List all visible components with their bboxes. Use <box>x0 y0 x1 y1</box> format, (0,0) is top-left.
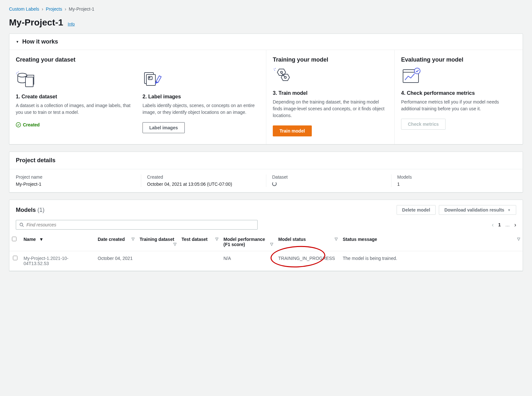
check-metrics-button: Check metrics <box>401 119 446 130</box>
svg-point-4 <box>16 74 17 74</box>
pager-prev[interactable]: ‹ <box>492 222 494 228</box>
svg-point-15 <box>275 68 276 69</box>
cell-training-dataset <box>137 251 179 271</box>
sort-icon: ▽ <box>335 237 338 241</box>
col-name[interactable]: Name▼ <box>21 233 95 251</box>
step-create-title: 1. Create dataset <box>16 94 133 100</box>
pager-page: 1 <box>498 222 501 227</box>
label-created: Created <box>147 174 262 180</box>
label-images-icon <box>143 71 260 89</box>
training-model-heading: Training your model <box>273 56 388 63</box>
pager-ellipsis: … <box>505 222 510 227</box>
sort-caret-icon: ▼ <box>39 237 44 242</box>
value-project-name: My-Project-1 <box>16 182 137 187</box>
pager: ‹ 1 … › <box>492 222 516 228</box>
breadcrumb-projects[interactable]: Projects <box>46 6 62 12</box>
label-images-button[interactable]: Label images <box>143 122 185 133</box>
row-checkbox[interactable] <box>13 256 17 260</box>
models-title: Models <box>16 207 36 213</box>
cell-date: October 04, 2021 <box>95 251 137 271</box>
sort-icon: ▽ <box>270 242 273 246</box>
col-training-dataset[interactable]: Training dataset▽ <box>137 233 179 251</box>
step-check-title: 4. Check performance metrics <box>401 90 516 96</box>
search-icon <box>19 223 24 227</box>
page-title: My-Project-1 <box>9 17 63 28</box>
col-status[interactable]: Model status▽ <box>276 233 340 251</box>
caret-down-icon: ▼ <box>507 208 511 212</box>
dataset-icon <box>16 71 133 89</box>
svg-point-13 <box>284 76 286 78</box>
cell-performance: N/A <box>221 251 276 271</box>
search-input[interactable] <box>26 222 254 227</box>
search-box[interactable] <box>16 220 258 230</box>
train-model-button[interactable]: Train model <box>273 125 312 136</box>
sort-icon: ▽ <box>173 242 176 246</box>
sort-icon: ▽ <box>215 237 218 241</box>
svg-point-9 <box>149 77 150 78</box>
step-check-desc: Performance metrics tell you if your mod… <box>401 99 516 112</box>
how-it-works-title: How it works <box>22 38 58 45</box>
info-link[interactable]: Info <box>68 22 75 26</box>
project-details-header: Project details <box>9 152 523 169</box>
svg-point-19 <box>20 223 23 226</box>
download-validation-button[interactable]: Download validation results ▼ <box>439 205 516 215</box>
created-status: Created <box>16 122 133 127</box>
cell-status: TRAINING_IN_PROGRESS <box>278 256 335 261</box>
models-panel: Models (1) Delete model Download validat… <box>9 200 523 271</box>
train-model-icon <box>273 67 388 86</box>
col-test-dataset[interactable]: Test dataset▽ <box>179 233 221 251</box>
svg-point-18 <box>414 68 420 74</box>
cell-message: The model is being trained. <box>340 251 523 271</box>
how-it-works-toggle[interactable]: ▼ How it works <box>9 34 523 50</box>
label-dataset: Dataset <box>272 174 387 180</box>
table-row: My-Project-1.2021-10-04T13.52.53 October… <box>9 251 523 271</box>
sort-icon: ▽ <box>132 237 134 241</box>
label-project-name: Project name <box>16 174 137 180</box>
check-metrics-icon <box>401 67 516 86</box>
value-models: 1 <box>397 182 512 187</box>
svg-marker-11 <box>281 74 290 81</box>
select-all-checkbox[interactable] <box>12 237 16 241</box>
models-table: Name▼ Date created▽ Training dataset▽ Te… <box>9 233 523 271</box>
models-count: (1) <box>37 207 44 213</box>
col-date[interactable]: Date created▽ <box>95 233 137 251</box>
step-train-desc: Depending on the training dataset, the t… <box>273 99 388 119</box>
spinner-icon <box>272 182 277 186</box>
model-name-link[interactable]: My-Project-1.2021-10-04T13.52.53 <box>24 256 68 266</box>
project-details-panel: Project details Project name My-Project-… <box>9 152 523 193</box>
svg-rect-1 <box>25 77 33 87</box>
value-created: October 04, 2021 at 13:05:06 (UTC-07:00) <box>147 182 262 187</box>
step-label-title: 2. Label images <box>143 94 260 100</box>
step-create-desc: A dataset is a collection of images, and… <box>16 102 133 116</box>
sort-icon: ▽ <box>517 237 520 241</box>
creating-dataset-heading: Creating your dataset <box>16 56 260 63</box>
chevron-right-icon: › <box>42 6 43 12</box>
svg-point-16 <box>274 70 275 71</box>
breadcrumb-root[interactable]: Custom Labels <box>9 6 39 12</box>
chevron-right-icon: › <box>65 6 66 12</box>
label-models: Models <box>397 174 512 180</box>
pager-next[interactable]: › <box>514 222 516 228</box>
col-performance[interactable]: Model performance (F1 score)▽ <box>221 233 276 251</box>
svg-point-0 <box>18 73 27 77</box>
col-message[interactable]: Status message▽ <box>340 233 523 251</box>
check-circle-icon <box>16 122 21 127</box>
delete-model-button[interactable]: Delete model <box>397 205 436 215</box>
svg-point-12 <box>281 71 282 73</box>
svg-point-14 <box>274 69 274 69</box>
step-label-desc: Labels identify objects, scenes, or conc… <box>143 102 260 116</box>
svg-point-2 <box>17 72 17 73</box>
breadcrumb-current: My-Project-1 <box>69 6 94 12</box>
cell-test-dataset <box>179 251 221 271</box>
value-dataset-loading <box>272 182 387 187</box>
step-train-title: 3. Train model <box>273 90 388 96</box>
breadcrumb: Custom Labels › Projects › My-Project-1 <box>9 6 523 12</box>
evaluating-model-heading: Evaluating your model <box>401 56 516 63</box>
svg-point-3 <box>18 72 19 72</box>
caret-down-icon: ▼ <box>16 40 19 44</box>
how-it-works-panel: ▼ How it works Creating your dataset 1. … <box>9 34 523 144</box>
